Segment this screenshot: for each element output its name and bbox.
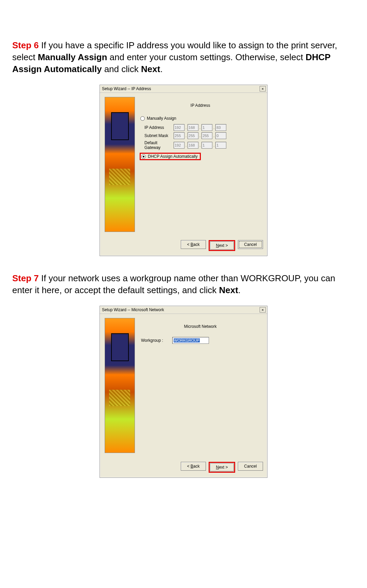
gw-octet-2[interactable]: 168 xyxy=(188,142,198,149)
ip-octet-1[interactable]: 192 xyxy=(174,124,185,131)
window-title: Setup Wizard -- IP Address xyxy=(102,86,151,91)
gw-octet-1[interactable]: 192 xyxy=(174,142,185,149)
back-button[interactable]: < Back xyxy=(181,462,206,471)
mask-octet-3[interactable]: 255 xyxy=(202,132,212,139)
next-button[interactable]: Next > xyxy=(210,241,234,250)
step6-text-c: and click xyxy=(102,64,141,74)
cancel-button[interactable]: Cancel xyxy=(238,240,263,249)
step6-bold-next: Next xyxy=(141,64,160,74)
ip-octet-2[interactable]: 168 xyxy=(188,124,198,131)
radio-dhcp-highlight: DHCP Assign Automatically xyxy=(140,153,201,160)
step6-text-b: and enter your custom settings. Otherwis… xyxy=(107,52,305,62)
ip-address-row: IP Address 192. 168. 1. 83 xyxy=(144,124,261,131)
next-button-highlight: Next > xyxy=(209,240,235,251)
workgroup-value: WORKGROUP xyxy=(174,338,200,342)
subnet-mask-row: Subnet Mask 255. 255. 255. 0 xyxy=(144,132,261,139)
cancel-button[interactable]: Cancel xyxy=(238,462,263,471)
wizard-side-image xyxy=(105,97,135,232)
step7-paragraph: Step 7 If your network uses a workgroup … xyxy=(12,272,355,296)
step7-text-a: If your network uses a workgroup name ot… xyxy=(12,273,335,295)
subnet-mask-label: Subnet Mask xyxy=(144,133,174,138)
button-row: < Back Next > Cancel xyxy=(100,232,267,256)
close-icon[interactable]: × xyxy=(260,307,266,313)
mask-octet-2[interactable]: 255 xyxy=(188,132,198,139)
wizard-ip-address-window: Setup Wizard -- IP Address × IP Address … xyxy=(100,85,267,256)
default-gateway-row: Default Gateway 192. 168. 1. 1 xyxy=(144,140,261,150)
radio-icon xyxy=(141,154,146,159)
ip-address-label: IP Address xyxy=(144,125,174,130)
step7-text-b: . xyxy=(238,285,241,295)
radio-dhcp-assign[interactable]: DHCP Assign Automatically xyxy=(141,154,198,159)
titlebar: Setup Wizard -- Microsoft Network × xyxy=(100,306,267,314)
panel-title: IP Address xyxy=(140,103,261,108)
next-button-highlight: Next > xyxy=(209,462,235,473)
wizard-microsoft-network-window: Setup Wizard -- Microsoft Network × Micr… xyxy=(100,306,267,478)
radio-manually-assign[interactable]: Manually Assign xyxy=(140,116,261,121)
titlebar: Setup Wizard -- IP Address × xyxy=(100,85,267,93)
radio-manual-label: Manually Assign xyxy=(147,116,176,121)
workgroup-label: Workgroup : xyxy=(141,338,172,343)
next-button[interactable]: Next > xyxy=(210,463,234,471)
radio-dhcp-label: DHCP Assign Automatically xyxy=(148,154,198,159)
step7-label: Step 7 xyxy=(12,273,39,283)
step6-text-d: . xyxy=(160,64,162,74)
gw-octet-3[interactable]: 1 xyxy=(202,142,212,149)
mask-octet-4[interactable]: 0 xyxy=(215,132,226,139)
ip-octet-3[interactable]: 1 xyxy=(202,124,212,131)
default-gateway-label: Default Gateway xyxy=(144,140,174,150)
ip-octet-4[interactable]: 83 xyxy=(215,124,226,131)
button-row: < Back Next > Cancel xyxy=(100,454,267,477)
gw-octet-4[interactable]: 1 xyxy=(215,142,226,149)
step6-paragraph: Step 6 If you have a specific IP address… xyxy=(12,39,355,75)
step6-label: Step 6 xyxy=(12,40,39,50)
step7-bold-next: Next xyxy=(219,285,238,295)
mask-octet-1[interactable]: 255 xyxy=(174,132,185,139)
close-icon[interactable]: × xyxy=(260,86,266,91)
panel-title: Microsoft Network xyxy=(140,324,261,329)
window-title: Setup Wizard -- Microsoft Network xyxy=(102,307,164,312)
radio-icon xyxy=(140,116,145,121)
workgroup-row: Workgroup : WORKGROUP xyxy=(141,337,261,344)
workgroup-input[interactable]: WORKGROUP xyxy=(172,337,209,344)
wizard-side-image xyxy=(105,318,135,453)
step6-bold-manually: Manually Assign xyxy=(38,52,107,62)
back-button[interactable]: < Back xyxy=(181,240,206,249)
